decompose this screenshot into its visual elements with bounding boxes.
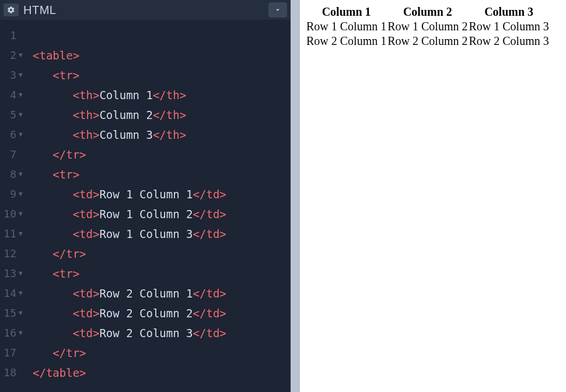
preview-pane: Column 1Column 2Column 3 Row 1 Column 1R… [300,0,566,392]
fold-toggle-icon[interactable]: ▼ [19,303,27,323]
line-number: 14▼ [0,284,27,303]
line-number: 15▼ [0,303,27,323]
line-number: 10▼ [0,204,27,224]
settings-button[interactable] [4,4,19,16]
fold-toggle-icon[interactable]: ▼ [19,323,27,343]
code-content[interactable]: <table> <tr> <th>Column 1</th> <th>Colum… [33,26,291,392]
code-line[interactable]: <td>Row 2 Column 1</td> [33,284,291,303]
preview-table: Column 1Column 2Column 3 Row 1 Column 1R… [306,5,550,48]
code-line[interactable] [33,26,291,46]
line-number: 7 [0,145,27,164]
code-line[interactable]: <tr> [33,164,291,184]
line-number: 11▼ [0,224,27,244]
table-cell: Row 1 Column 3 [469,19,550,34]
fold-toggle-icon[interactable]: ▼ [19,264,27,284]
table-cell: Row 1 Column 1 [306,19,387,34]
table-cell: Row 2 Column 1 [306,34,387,48]
editor-header: HTML [0,0,291,20]
code-line[interactable]: <td>Row 1 Column 2</td> [33,204,291,224]
code-line[interactable]: <td>Row 2 Column 2</td> [33,303,291,323]
line-number: 3▼ [0,65,27,85]
table-cell: Row 2 Column 2 [387,34,468,48]
code-line[interactable]: </tr> [33,343,291,363]
fold-toggle-icon[interactable]: ▼ [19,184,27,204]
line-number: 16▼ [0,323,27,343]
code-line[interactable]: <tr> [33,264,291,284]
code-line[interactable]: <td>Row 1 Column 3</td> [33,224,291,244]
code-line[interactable]: </table> [33,363,291,383]
line-number: 9▼ [0,184,27,204]
code-line[interactable]: <th>Column 2</th> [33,105,291,125]
table-header-cell: Column 3 [469,5,550,19]
table-row: Row 1 Column 1Row 1 Column 2Row 1 Column… [306,19,550,34]
line-number: 12 [0,244,27,264]
line-number: 17 [0,343,27,363]
code-line[interactable]: <td>Row 1 Column 1</td> [33,184,291,204]
line-number: 2▼ [0,46,27,65]
code-editor[interactable]: 12▼3▼4▼5▼6▼78▼9▼10▼11▼1213▼14▼15▼16▼1718… [0,20,291,392]
code-line[interactable]: </tr> [33,244,291,264]
table-row: Row 2 Column 1Row 2 Column 2Row 2 Column… [306,34,550,48]
code-line[interactable]: <th>Column 1</th> [33,85,291,105]
table-header-cell: Column 1 [306,5,387,19]
gear-icon [7,6,15,14]
fold-toggle-icon[interactable]: ▼ [19,85,27,105]
line-number: 8▼ [0,164,27,184]
code-line[interactable]: <td>Row 2 Column 3</td> [33,323,291,343]
fold-toggle-icon[interactable]: ▼ [19,125,27,145]
line-number: 4▼ [0,85,27,105]
table-cell: Row 2 Column 3 [469,34,550,48]
line-gutter: 12▼3▼4▼5▼6▼78▼9▼10▼11▼1213▼14▼15▼16▼1718 [0,26,33,392]
code-line[interactable]: </tr> [33,145,291,164]
line-number: 1 [0,26,27,46]
line-number: 18 [0,363,27,383]
fold-toggle-icon[interactable]: ▼ [19,204,27,224]
line-number: 6▼ [0,125,27,145]
fold-toggle-icon[interactable]: ▼ [19,105,27,125]
fold-toggle-icon[interactable]: ▼ [19,164,27,184]
fold-toggle-icon[interactable]: ▼ [19,65,27,85]
pane-divider[interactable] [291,0,300,392]
code-line[interactable]: <table> [33,46,291,65]
fold-toggle-icon[interactable]: ▼ [19,284,27,303]
fold-toggle-icon[interactable]: ▼ [19,46,27,65]
table-header-row: Column 1Column 2Column 3 [306,5,550,19]
chevron-down-icon [274,6,282,14]
table-cell: Row 1 Column 2 [387,19,468,34]
fold-toggle-icon[interactable]: ▼ [19,224,27,244]
editor-pane: HTML 12▼3▼4▼5▼6▼78▼9▼10▼11▼1213▼14▼15▼16… [0,0,291,392]
line-number: 13▼ [0,264,27,284]
code-line[interactable]: <tr> [33,65,291,85]
line-number: 5▼ [0,105,27,125]
language-label: HTML [23,4,268,17]
code-line[interactable]: <th>Column 3</th> [33,125,291,145]
panel-dropdown-button[interactable] [268,2,287,18]
table-header-cell: Column 2 [387,5,468,19]
